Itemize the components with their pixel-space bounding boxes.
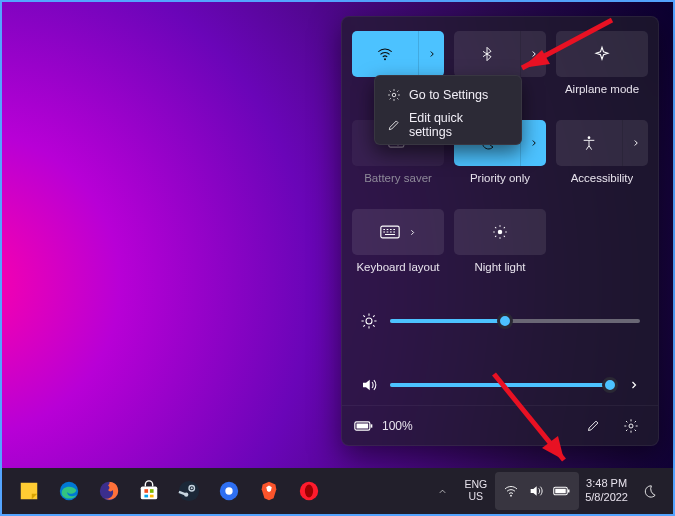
- taskbar-sticky-notes[interactable]: [10, 472, 48, 510]
- opera-icon: [298, 480, 320, 502]
- svg-point-32: [510, 495, 512, 497]
- svg-point-26: [191, 487, 193, 489]
- chevron-right-icon: [631, 138, 641, 148]
- svg-rect-34: [568, 490, 570, 493]
- clock-date-button[interactable]: 3:48 PM 5/8/2022: [579, 472, 634, 510]
- focus-expand-segment[interactable]: [520, 120, 546, 166]
- night-light-label: Night light: [474, 261, 525, 274]
- battery-icon: [553, 485, 571, 497]
- svg-point-7: [366, 318, 372, 324]
- svg-rect-19: [141, 486, 158, 499]
- battery-status-icon[interactable]: [354, 420, 374, 432]
- language-bottom: US: [468, 491, 483, 503]
- wifi-expand-segment[interactable]: [418, 31, 444, 77]
- keyboard-layout-button[interactable]: [352, 209, 444, 255]
- gear-icon: [387, 88, 401, 102]
- accessibility-main-segment[interactable]: [556, 120, 622, 166]
- airplane-button[interactable]: [556, 31, 648, 77]
- chevron-right-icon: [529, 49, 539, 59]
- wifi-button[interactable]: [352, 31, 444, 77]
- chevron-right-icon: [529, 138, 539, 148]
- taskbar: ENG US 3:48 PM 5/8/2022: [2, 468, 673, 514]
- volume-icon: [528, 483, 544, 499]
- night-light-icon: [491, 223, 509, 241]
- taskbar-firefox[interactable]: [90, 472, 128, 510]
- brightness-row: [360, 303, 640, 339]
- quick-settings-panel: TP Airplane mode: [341, 16, 659, 446]
- svg-point-5: [498, 230, 503, 235]
- brave-icon: [258, 480, 280, 502]
- svg-point-6: [392, 93, 396, 97]
- bluetooth-button[interactable]: [454, 31, 546, 77]
- airplane-tile: Airplane mode: [556, 31, 648, 111]
- bluetooth-main-segment[interactable]: [454, 31, 520, 77]
- quick-settings-grid: TP Airplane mode: [342, 17, 658, 289]
- taskbar-opera[interactable]: [290, 472, 328, 510]
- svg-point-3: [588, 136, 591, 139]
- all-settings-button[interactable]: [616, 411, 646, 441]
- night-light-tile: Night light: [454, 209, 546, 289]
- battery-saver-label: Battery saver: [364, 172, 432, 185]
- tile-context-menu: Go to Settings Edit quick settings: [374, 75, 522, 145]
- accessibility-button[interactable]: [556, 120, 648, 166]
- volume-icon: [360, 376, 378, 394]
- svg-rect-10: [357, 423, 369, 428]
- clock-time: 3:48 PM: [586, 477, 627, 491]
- pencil-icon: [586, 418, 601, 433]
- chevron-right-icon: [408, 228, 417, 237]
- bluetooth-expand-segment[interactable]: [520, 31, 546, 77]
- airplane-icon: [593, 45, 611, 63]
- accessibility-label: Accessibility: [571, 172, 634, 185]
- microsoft-store-icon: [138, 480, 160, 502]
- context-edit-label: Edit quick settings: [409, 111, 509, 139]
- circle-app-icon: [218, 480, 240, 502]
- night-light-button[interactable]: [454, 209, 546, 255]
- svg-point-27: [184, 493, 188, 497]
- firefox-icon: [98, 480, 120, 502]
- taskbar-steam[interactable]: [170, 472, 208, 510]
- chevron-up-icon: [437, 486, 448, 497]
- svg-rect-23: [150, 495, 154, 498]
- taskbar-brave[interactable]: [250, 472, 288, 510]
- context-go-to-settings[interactable]: Go to Settings: [379, 80, 517, 110]
- accessibility-icon: [581, 135, 597, 151]
- taskbar-pinned-apps: [10, 472, 328, 510]
- taskbar-edge[interactable]: [50, 472, 88, 510]
- brightness-slider[interactable]: [390, 319, 640, 323]
- airplane-label: Airplane mode: [565, 83, 639, 96]
- moon-icon: [642, 484, 657, 499]
- svg-rect-21: [150, 489, 154, 493]
- svg-rect-20: [144, 489, 148, 493]
- pencil-icon: [387, 118, 401, 132]
- context-go-to-settings-label: Go to Settings: [409, 88, 488, 102]
- svg-point-11: [629, 424, 633, 428]
- focus-assist-tray-button[interactable]: [634, 472, 665, 510]
- taskbar-system-tray: ENG US 3:48 PM 5/8/2022: [429, 472, 665, 510]
- network-volume-battery-button[interactable]: [495, 472, 579, 510]
- svg-rect-16: [21, 483, 38, 500]
- svg-rect-35: [555, 489, 566, 494]
- tray-overflow-button[interactable]: [429, 472, 456, 510]
- context-edit-quick-settings[interactable]: Edit quick settings: [379, 110, 517, 140]
- chevron-right-icon: [427, 49, 437, 59]
- wifi-icon: [376, 45, 394, 63]
- taskbar-app-circle[interactable]: [210, 472, 248, 510]
- taskbar-store[interactable]: [130, 472, 168, 510]
- volume-slider[interactable]: [390, 383, 610, 387]
- sticky-notes-icon: [18, 480, 40, 502]
- bluetooth-icon: [479, 46, 495, 62]
- battery-percent-text: 100%: [382, 419, 413, 433]
- volume-row: [360, 367, 640, 403]
- svg-rect-22: [144, 495, 148, 498]
- sliders-section: [342, 289, 658, 403]
- language-indicator[interactable]: ENG US: [456, 472, 495, 510]
- svg-point-31: [305, 485, 313, 498]
- volume-output-chevron-icon[interactable]: [628, 379, 640, 391]
- clock-date: 5/8/2022: [585, 491, 628, 505]
- wifi-main-segment[interactable]: [352, 31, 418, 77]
- edit-quick-settings-button[interactable]: [578, 411, 608, 441]
- wifi-icon: [503, 483, 519, 499]
- accessibility-expand-segment[interactable]: [622, 120, 648, 166]
- keyboard-layout-label: Keyboard layout: [356, 261, 439, 274]
- panel-footer: 100%: [342, 405, 658, 445]
